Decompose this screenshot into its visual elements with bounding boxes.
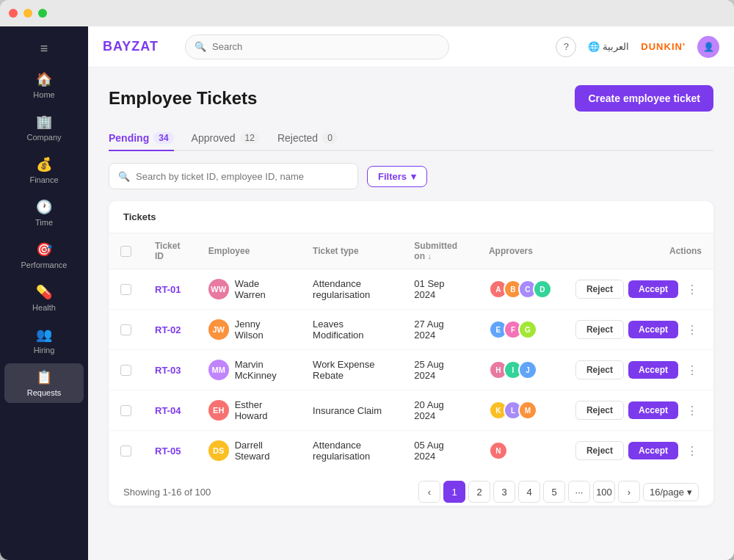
employee-name: Esther Howard — [235, 399, 289, 421]
language-label: العربية — [603, 41, 629, 52]
page-3-button[interactable]: 3 — [493, 481, 515, 503]
employee-cell: JW Jenny Wilson — [208, 319, 289, 341]
page-4-button[interactable]: 4 — [518, 481, 540, 503]
tickets-table: Ticket ID Employee Ticket type Submitted… — [109, 233, 713, 470]
reject-button[interactable]: Reject — [575, 360, 624, 379]
filters-button[interactable]: Filters ▾ — [367, 166, 427, 187]
ticket-search-input[interactable] — [136, 171, 349, 182]
more-options-button[interactable]: ⋮ — [683, 320, 702, 339]
more-options-button[interactable]: ⋮ — [683, 280, 702, 299]
page-5-button[interactable]: 5 — [543, 481, 565, 503]
row-checkbox-cell — [109, 310, 143, 350]
col-actions: Actions — [564, 233, 713, 269]
per-page-label: 16/page — [650, 487, 684, 498]
employee-avatar: MM — [208, 360, 229, 380]
row-ticket-id-cell: RT-02 — [143, 310, 197, 350]
row-employee-cell: DS Darrell Steward — [197, 431, 301, 471]
row-approvers-cell: N — [477, 431, 564, 471]
row-actions-cell: Reject Accept ⋮ — [564, 310, 713, 350]
sidebar-item-performance[interactable]: 🎯 Performance — [4, 236, 84, 275]
page-header: Employee Tickets Create employee ticket — [109, 85, 713, 112]
hiring-icon: 👥 — [36, 327, 52, 343]
more-options-button[interactable]: ⋮ — [683, 360, 702, 379]
row-checkbox-cell — [109, 431, 143, 471]
performance-icon: 🎯 — [36, 241, 52, 258]
create-employee-ticket-button[interactable]: Create employee ticket — [575, 85, 713, 112]
row-checkbox[interactable] — [120, 324, 131, 335]
more-options-button[interactable]: ⋮ — [683, 441, 702, 460]
tab-rejected[interactable]: Rejected 0 — [277, 126, 338, 151]
accept-button[interactable]: Accept — [628, 280, 678, 298]
requests-icon: 📋 — [36, 369, 52, 385]
prev-page-button[interactable]: ‹ — [418, 481, 440, 503]
approver-avatar: N — [489, 441, 508, 460]
table-row: RT-05 DS Darrell Steward Attendance regu… — [109, 431, 713, 471]
sidebar-item-finance[interactable]: 💰 Finance — [4, 150, 84, 190]
row-checkbox[interactable] — [120, 446, 131, 457]
page-2-button[interactable]: 2 — [468, 481, 490, 503]
language-button[interactable]: 🌐 العربية — [588, 41, 629, 52]
row-checkbox[interactable] — [120, 405, 131, 416]
sidebar-item-requests[interactable]: 📋 Requests — [4, 363, 84, 403]
accept-button[interactable]: Accept — [628, 401, 678, 419]
employee-avatar: EH — [208, 400, 229, 421]
tab-pending-label: Pending — [109, 132, 149, 144]
accept-button[interactable]: Accept — [628, 442, 678, 459]
row-checkbox-cell — [109, 269, 143, 310]
ticket-search[interactable]: 🔍 — [109, 163, 358, 189]
ticket-type: Attendance regularisation — [313, 440, 370, 462]
sidebar-item-time[interactable]: 🕐 Time — [4, 193, 84, 233]
close-dot[interactable] — [9, 9, 18, 18]
sidebar-label-company: Company — [26, 133, 61, 142]
row-ticket-type-cell: Attendance regularisation — [301, 431, 402, 471]
toolbar: 🔍 Filters ▾ — [109, 163, 713, 189]
ticket-id-link[interactable]: RT-02 — [155, 324, 181, 335]
sidebar-item-health[interactable]: 💊 Health — [4, 278, 84, 318]
more-options-button[interactable]: ⋮ — [683, 401, 702, 420]
accept-button[interactable]: Accept — [628, 361, 678, 379]
submitted-date: 27 Aug 2024 — [414, 319, 444, 341]
table-row: RT-04 EH Esther Howard Insurance Claim 2… — [109, 390, 713, 431]
page-last-button[interactable]: 100 — [593, 481, 615, 503]
company-icon: 🏢 — [36, 114, 52, 130]
tab-approved[interactable]: Approved 12 — [192, 126, 260, 151]
ticket-id-link[interactable]: RT-05 — [155, 446, 181, 457]
ticket-id-link[interactable]: RT-03 — [155, 365, 181, 376]
submitted-date: 01 Sep 2024 — [414, 278, 444, 300]
reject-button[interactable]: Reject — [575, 441, 624, 460]
ticket-type: Work Expense Rebate — [313, 359, 374, 381]
title-bar — [0, 0, 734, 26]
tab-pending[interactable]: Pending 34 — [109, 126, 174, 151]
reject-button[interactable]: Reject — [575, 280, 624, 299]
select-all-checkbox[interactable] — [120, 246, 131, 257]
actions-group: Reject Accept ⋮ — [575, 320, 702, 339]
user-avatar[interactable]: 👤 — [697, 36, 719, 58]
accept-button[interactable]: Accept — [628, 321, 678, 338]
ticket-type: Attendance regularisation — [313, 278, 370, 300]
ticket-type: Insurance Claim — [313, 405, 382, 416]
ticket-id-link[interactable]: RT-01 — [155, 284, 181, 295]
row-checkbox-cell — [109, 350, 143, 390]
sort-icon[interactable]: ↓ — [427, 252, 432, 261]
help-button[interactable]: ? — [556, 37, 576, 57]
global-search[interactable]: 🔍 — [185, 34, 449, 59]
next-page-button[interactable]: › — [618, 481, 640, 503]
reject-button[interactable]: Reject — [575, 320, 624, 339]
sidebar-item-hiring[interactable]: 👥 Hiring — [4, 321, 84, 360]
search-input[interactable] — [212, 41, 440, 52]
sidebar-item-home[interactable]: 🏠 Home — [4, 65, 84, 105]
col-checkbox — [109, 233, 143, 269]
page-1-button[interactable]: 1 — [443, 481, 465, 503]
maximize-dot[interactable] — [38, 9, 47, 18]
menu-icon[interactable]: ≡ — [4, 35, 84, 62]
ticket-id-link[interactable]: RT-04 — [155, 405, 181, 416]
row-checkbox[interactable] — [120, 365, 131, 376]
sidebar-item-company[interactable]: 🏢 Company — [4, 108, 84, 148]
row-checkbox[interactable] — [120, 284, 131, 295]
pagination-showing: Showing 1-16 of 100 — [123, 487, 211, 498]
per-page-select[interactable]: 16/page ▾ — [643, 483, 699, 501]
reject-button[interactable]: Reject — [575, 401, 624, 420]
row-ticket-type-cell: Work Expense Rebate — [301, 350, 402, 390]
sidebar-label-home: Home — [33, 90, 54, 99]
minimize-dot[interactable] — [23, 9, 32, 18]
